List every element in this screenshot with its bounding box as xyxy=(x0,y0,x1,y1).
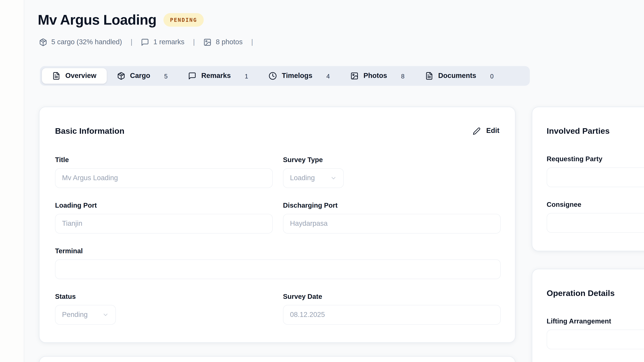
message-icon xyxy=(141,38,149,46)
remarks-stat-label: 1 remarks xyxy=(154,38,184,46)
requesting-party-input[interactable] xyxy=(547,167,644,187)
operation-details-card: Operation Details Lifting Arrangement xyxy=(532,269,644,362)
consignee-field-group: Consignee xyxy=(547,200,644,233)
tab-photos[interactable]: Photos 8 xyxy=(340,68,415,84)
left-sidebar-edge xyxy=(0,0,24,362)
operation-details-title: Operation Details xyxy=(547,288,615,298)
stat-separator: | xyxy=(251,38,253,46)
app-root: Mv Argus Loading PENDING 5 cargo (32% ha… xyxy=(0,0,644,362)
survey-date-label: Survey Date xyxy=(283,292,500,301)
basic-information-header: Basic Information Edit xyxy=(55,126,500,136)
tab-timelogs[interactable]: Timelogs 4 xyxy=(258,68,340,84)
status-value: Pending xyxy=(62,311,88,319)
status-field-group: Status Pending xyxy=(55,292,273,325)
involved-parties-card: Involved Parties Requesting Party Consig… xyxy=(532,107,644,251)
tab-photos-count: 8 xyxy=(401,72,404,79)
requesting-party-field-group: Requesting Party xyxy=(547,155,644,187)
consignee-label: Consignee xyxy=(547,200,644,209)
terminal-input[interactable] xyxy=(55,259,500,279)
discharging-port-label: Discharging Port xyxy=(283,201,500,209)
survey-type-label: Survey Type xyxy=(283,156,500,164)
requesting-party-label: Requesting Party xyxy=(547,155,644,163)
message-icon xyxy=(188,72,196,80)
tab-cargo[interactable]: Cargo 5 xyxy=(107,68,178,84)
status-label: Status xyxy=(55,292,273,301)
tab-overview[interactable]: Overview xyxy=(42,68,107,84)
operation-details-form: Lifting Arrangement xyxy=(547,317,644,349)
tab-documents-label: Documents xyxy=(438,72,476,80)
screenshot-viewport: Mv Argus Loading PENDING 5 cargo (32% ha… xyxy=(0,0,644,362)
pencil-icon xyxy=(473,127,481,135)
tab-overview-label: Overview xyxy=(65,72,96,80)
survey-date-field-group: Survey Date xyxy=(283,292,500,325)
tab-remarks-count: 1 xyxy=(245,72,248,79)
survey-type-field-group: Survey Type Loading xyxy=(283,156,500,188)
discharging-port-field-group: Discharging Port xyxy=(283,201,500,233)
lifting-arrangement-input[interactable] xyxy=(547,330,644,350)
terminal-field-group: Terminal xyxy=(55,247,500,279)
package-icon xyxy=(117,72,125,80)
tab-photos-label: Photos xyxy=(364,72,387,80)
basic-information-card: Basic Information Edit Title Survey Type… xyxy=(39,107,516,343)
title-field-group: Title xyxy=(55,156,273,188)
file-text-icon xyxy=(52,72,60,80)
loading-port-label: Loading Port xyxy=(55,201,273,209)
involved-parties-header: Involved Parties xyxy=(547,126,644,136)
survey-type-select[interactable]: Loading xyxy=(283,168,344,188)
clock-icon xyxy=(269,72,277,80)
lifting-arrangement-label: Lifting Arrangement xyxy=(547,317,644,325)
basic-information-title: Basic Information xyxy=(55,126,124,136)
loading-port-input[interactable] xyxy=(55,214,273,234)
involved-parties-title: Involved Parties xyxy=(547,126,610,136)
consignee-input[interactable] xyxy=(547,213,644,233)
stat-separator: | xyxy=(131,38,132,46)
photos-stat: 8 photos xyxy=(204,38,242,46)
cargo-stat-label: 5 cargo (32% handled) xyxy=(51,38,122,46)
title-label: Title xyxy=(55,156,273,164)
edit-button[interactable]: Edit xyxy=(473,127,500,135)
discharging-port-input[interactable] xyxy=(283,214,500,234)
tab-remarks-label: Remarks xyxy=(201,72,231,80)
photos-stat-label: 8 photos xyxy=(216,38,243,46)
tab-timelogs-count: 4 xyxy=(326,72,330,79)
tab-cargo-label: Cargo xyxy=(130,72,150,80)
summary-stats: 5 cargo (32% handled) | 1 remarks | 8 ph… xyxy=(39,38,262,46)
operation-details-header: Operation Details xyxy=(547,288,644,298)
file-text-icon xyxy=(425,72,433,80)
package-icon xyxy=(39,38,47,46)
status-badge: PENDING xyxy=(163,13,204,26)
cargo-stat: 5 cargo (32% handled) xyxy=(39,38,122,46)
tab-documents-count: 0 xyxy=(490,72,494,79)
chevron-down-icon xyxy=(102,312,109,318)
lifting-arrangement-field-group: Lifting Arrangement xyxy=(547,317,644,349)
page-header: Mv Argus Loading PENDING xyxy=(38,11,204,28)
image-icon xyxy=(350,72,358,80)
stat-separator: | xyxy=(193,38,195,46)
next-section-card xyxy=(39,356,516,362)
chevron-down-icon xyxy=(330,175,337,181)
loading-port-field-group: Loading Port xyxy=(55,201,273,233)
edit-button-label: Edit xyxy=(486,127,500,135)
title-input[interactable] xyxy=(55,168,273,188)
involved-parties-form: Requesting Party Consignee xyxy=(547,155,644,233)
terminal-label: Terminal xyxy=(55,247,500,255)
tab-documents[interactable]: Documents 0 xyxy=(415,68,504,84)
status-select[interactable]: Pending xyxy=(55,305,116,325)
tab-remarks[interactable]: Remarks 1 xyxy=(178,68,258,84)
tab-bar: Overview Cargo 5 Remarks 1 Timelogs 4 Ph… xyxy=(40,66,530,86)
remarks-stat: 1 remarks xyxy=(141,38,184,46)
survey-type-value: Loading xyxy=(290,174,315,182)
tab-cargo-count: 5 xyxy=(164,72,168,79)
survey-date-input[interactable] xyxy=(283,305,500,325)
tab-timelogs-label: Timelogs xyxy=(282,72,312,80)
image-icon xyxy=(204,38,212,46)
basic-information-form: Title Survey Type Loading Loading Port D… xyxy=(55,156,500,325)
page-title: Mv Argus Loading xyxy=(38,11,156,28)
